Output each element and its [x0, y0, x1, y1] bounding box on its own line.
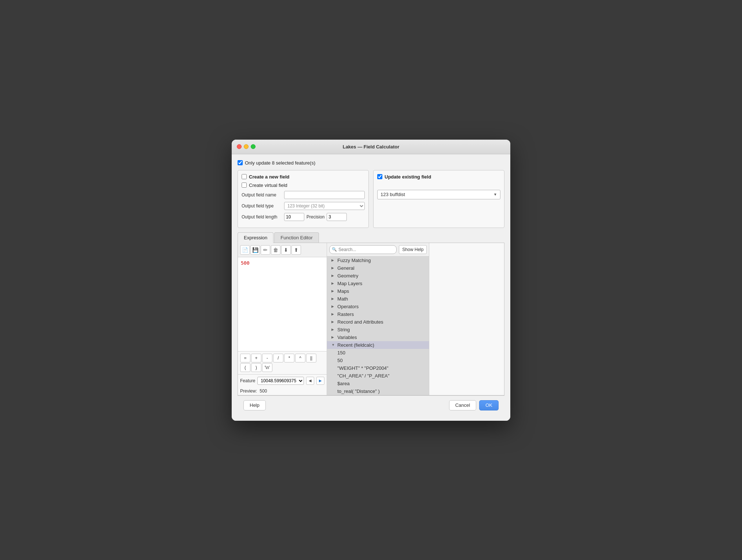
arrow-icon-recent: ▼: [331, 343, 335, 347]
preview-value: 500: [260, 388, 267, 394]
output-name-input[interactable]: [284, 191, 365, 199]
operator-row: = + - / * ^ || ( ) '\n': [238, 351, 327, 374]
op-rparen[interactable]: ): [251, 363, 261, 372]
op-multiply[interactable]: *: [284, 354, 294, 362]
recent-item-toreal[interactable]: to_real( "Distance" ): [327, 387, 429, 395]
expression-toolbar: 📄 💾 ✏ 🗑 ⬇ ⬆: [238, 243, 327, 257]
new-expression-button[interactable]: 📄: [240, 245, 250, 255]
maximize-button[interactable]: [251, 144, 256, 149]
ok-button[interactable]: OK: [479, 400, 499, 410]
cancel-button[interactable]: Cancel: [449, 400, 476, 410]
delete-expression-button[interactable]: 🗑: [271, 245, 280, 255]
op-divide[interactable]: /: [273, 354, 283, 362]
create-new-field-row: Create a new field: [242, 174, 365, 180]
main-window: Lakes — Field Calculator Only update 8 s…: [232, 140, 510, 421]
output-name-label: Output field name: [242, 192, 282, 198]
output-length-label: Output field length: [242, 214, 282, 220]
func-item-maps[interactable]: ▶ Maps: [327, 287, 429, 295]
func-item-maplayers[interactable]: ▶ Map Layers: [327, 280, 429, 287]
tab-expression[interactable]: Expression: [238, 232, 273, 243]
output-name-row: Output field name: [242, 191, 365, 199]
update-field-panel: Update existing field 123 buffdist ▼: [373, 170, 504, 228]
op-newline[interactable]: '\n': [262, 363, 272, 372]
feature-prev-button[interactable]: ◀: [306, 377, 314, 385]
func-item-variables[interactable]: ▶ Variables: [327, 334, 429, 341]
show-help-button[interactable]: Show Help: [399, 245, 427, 254]
update-existing-label: Update existing field: [385, 174, 431, 180]
update-existing-row: Update existing field: [377, 174, 500, 180]
field-options-row: Create a new field Create virtual field …: [238, 170, 504, 228]
recent-item-ch-area[interactable]: "CH_AREA" / "P_AREA": [327, 372, 429, 380]
func-item-record[interactable]: ▶ Record and Attributes: [327, 318, 429, 326]
create-virtual-checkbox[interactable]: [242, 183, 247, 188]
func-item-string[interactable]: ▶ String: [327, 326, 429, 334]
feature-next-button[interactable]: ▶: [316, 377, 324, 385]
arrow-icon-general: ▶: [331, 266, 335, 270]
titlebar: Lakes — Field Calculator: [232, 140, 510, 154]
func-item-math[interactable]: ▶ Math: [327, 295, 429, 303]
recent-item-area[interactable]: $area: [327, 380, 429, 387]
output-type-row: Output field type 123 Integer (32 bit): [242, 202, 365, 210]
function-list: ▶ Fuzzy Matching ▶ General ▶ Geometry ▶ …: [327, 257, 429, 395]
func-item-geometry[interactable]: ▶ Geometry: [327, 272, 429, 280]
func-item-general[interactable]: ▶ General: [327, 264, 429, 272]
existing-field-dropdown[interactable]: 123 buffdist ▼: [377, 190, 500, 199]
only-selected-row: Only update 8 selected feature(s): [238, 160, 504, 166]
create-field-panel: Create a new field Create virtual field …: [238, 170, 369, 228]
op-power[interactable]: ^: [295, 354, 305, 362]
func-item-rasters[interactable]: ▶ Rasters: [327, 310, 429, 318]
func-item-operators[interactable]: ▶ Operators: [327, 303, 429, 310]
create-new-field-label: Create a new field: [249, 174, 290, 180]
op-lparen[interactable]: (: [240, 363, 250, 372]
op-minus[interactable]: -: [262, 354, 272, 362]
help-button[interactable]: Help: [243, 400, 266, 410]
op-equals[interactable]: =: [240, 354, 250, 362]
edit-expression-button[interactable]: ✏: [261, 245, 270, 255]
arrow-icon-variables: ▶: [331, 335, 335, 339]
func-item-recent[interactable]: ▼ Recent (fieldcalc): [327, 341, 429, 349]
create-new-field-checkbox[interactable]: [242, 174, 247, 179]
only-selected-label: Only update 8 selected feature(s): [245, 160, 315, 166]
action-buttons: Cancel OK: [449, 400, 499, 410]
tab-function-editor[interactable]: Function Editor: [274, 232, 319, 243]
feature-label: Feature: [240, 378, 255, 383]
search-row: 🔍 Show Help: [327, 243, 429, 257]
feature-row: Feature 10048.599609375 ◀ ▶: [238, 374, 327, 387]
arrow-icon-maps: ▶: [331, 289, 335, 293]
expression-editor[interactable]: 500: [238, 257, 327, 351]
traffic-lights: [237, 144, 256, 149]
help-panel: [429, 243, 504, 395]
expression-panel: 📄 💾 ✏ 🗑 ⬇ ⬆ 500 = + - / * ^ || (: [238, 243, 327, 395]
tabs-row: Expression Function Editor: [238, 232, 504, 243]
close-button[interactable]: [237, 144, 242, 149]
output-length-input[interactable]: [284, 213, 304, 221]
save-expression-button[interactable]: 💾: [250, 245, 260, 255]
update-existing-checkbox[interactable]: [377, 174, 382, 179]
output-type-select[interactable]: 123 Integer (32 bit): [284, 202, 365, 210]
feature-select[interactable]: 10048.599609375: [257, 377, 304, 385]
precision-input[interactable]: [327, 213, 347, 221]
create-virtual-row: Create virtual field: [242, 183, 365, 188]
func-item-fuzzy[interactable]: ▶ Fuzzy Matching: [327, 257, 429, 264]
precision-label: Precision: [306, 214, 324, 220]
content-area: Only update 8 selected feature(s) Create…: [232, 154, 510, 421]
arrow-icon-operators: ▶: [331, 305, 335, 308]
search-wrap: 🔍: [329, 245, 397, 254]
arrow-icon-rasters: ▶: [331, 312, 335, 316]
arrow-icon-math: ▶: [331, 297, 335, 301]
op-plus[interactable]: +: [251, 354, 261, 362]
recent-item-50[interactable]: 50: [327, 357, 429, 364]
bottom-bar: Help Cancel OK: [238, 395, 504, 415]
only-selected-checkbox[interactable]: [238, 160, 243, 165]
output-type-label: Output field type: [242, 203, 282, 209]
recent-item-weight-pop[interactable]: "WEIGHT" * "POP2004": [327, 364, 429, 372]
export-expression-button[interactable]: ⬆: [291, 245, 301, 255]
minimize-button[interactable]: [244, 144, 249, 149]
top-options: Only update 8 selected feature(s): [238, 160, 504, 166]
recent-item-150[interactable]: 150: [327, 349, 429, 357]
op-concat[interactable]: ||: [306, 354, 316, 362]
search-input[interactable]: [329, 245, 397, 254]
create-virtual-label: Create virtual field: [249, 183, 287, 188]
arrow-icon-string: ▶: [331, 328, 335, 331]
import-expression-button[interactable]: ⬇: [281, 245, 291, 255]
